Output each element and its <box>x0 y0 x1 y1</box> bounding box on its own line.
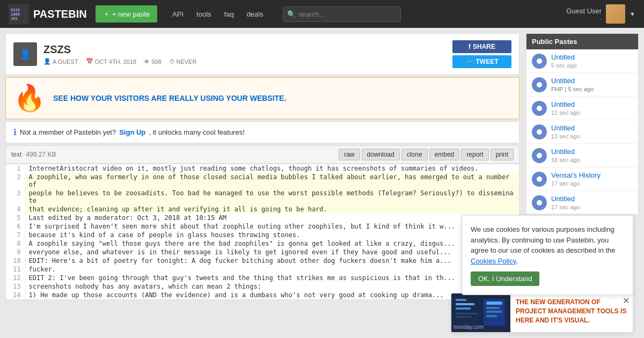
paste-views: 👁 508 <box>144 58 161 65</box>
sidebar-item-time: 17 sec ago <box>551 180 601 187</box>
line-number: 9 <box>6 248 25 256</box>
embed-button[interactable]: embed <box>429 149 460 160</box>
report-button[interactable]: report <box>461 149 488 160</box>
download-button[interactable]: download <box>362 149 400 160</box>
sidebar-item-time: 5 sec ago <box>551 62 577 69</box>
nav-faq[interactable]: faq <box>218 7 240 21</box>
user-dropdown-icon[interactable]: ▼ <box>630 11 635 17</box>
sidebar-dot-icon <box>532 195 547 210</box>
new-paste-button[interactable]: ＋ + new paste <box>96 5 157 23</box>
user-dash: - <box>599 15 602 21</box>
line-number: 2 <box>6 173 25 189</box>
nav-tools[interactable]: tools <box>190 7 217 21</box>
line-number: 6 <box>6 222 25 231</box>
line-number: 10 <box>6 256 25 265</box>
sidebar-dot-icon <box>532 77 547 92</box>
sidebar-item-time: 16 sec ago <box>551 157 580 163</box>
list-item[interactable]: Untitled16 sec ago <box>526 144 638 167</box>
paste-meta: 👤 ZSZS 👤 A GUEST 📅 OCT 4TH, 2018 <box>13 42 196 66</box>
new-paste-label: + new paste <box>112 10 150 18</box>
cookie-ok-button[interactable]: OK, I Understand <box>471 271 539 286</box>
sidebar-item-name[interactable]: Untitled <box>551 195 580 203</box>
public-pastes-title: Public Pastes <box>526 34 638 49</box>
list-item[interactable]: Untitled13 sec ago <box>526 120 638 144</box>
search-icon: 🔍 <box>287 10 296 18</box>
facebook-share-button[interactable]: f SHARE <box>452 40 511 53</box>
calendar-icon: 📅 <box>86 58 93 65</box>
ad-thumbnail: monday.com <box>451 293 510 305</box>
list-item[interactable]: UntitledPHP | 5 sec ago <box>526 73 638 97</box>
search-area: 🔍 <box>283 6 401 22</box>
line-number: 8 <box>6 239 25 248</box>
code-table: 1InternetAristocrat video on it, mostly … <box>6 164 519 299</box>
sidebar-item-info: Vensai's History17 sec ago <box>551 171 601 187</box>
svg-rect-5 <box>456 299 466 301</box>
flame-icon: 🔥 <box>13 83 46 113</box>
clone-button[interactable]: clone <box>401 149 428 160</box>
logo[interactable]: 0110 1000 101 PASTEBIN <box>9 4 87 24</box>
ad-banner[interactable]: 🔥 SEE HOW YOUR VISITORS ARE REALLY USING… <box>5 77 519 119</box>
sidebar-item-name[interactable]: Untitled <box>551 53 577 61</box>
code-area[interactable]: 1InternetAristocrat video on it, mostly … <box>5 164 519 300</box>
list-item[interactable]: Untitled11 sec ago <box>526 97 638 120</box>
line-code: people he believes to be zoosadists. Too… <box>25 189 519 205</box>
sidebar-item-name[interactable]: Untitled <box>551 124 580 132</box>
ad-thumb-visual <box>451 293 510 305</box>
paste-expiry: ⏱ NEVER <box>169 58 197 65</box>
signup-suffix: , it unlocks many cool features! <box>149 128 244 136</box>
sidebar-dot-inner <box>537 82 542 87</box>
twitter-icon: 🐦 <box>466 58 474 65</box>
ad-close-button[interactable]: ✕ <box>623 296 630 305</box>
sidebar-item-name[interactable]: Untitled <box>551 100 580 108</box>
sidebar-dot-icon <box>532 148 547 163</box>
paste-guest-label: 👤 A GUEST <box>43 58 78 65</box>
table-row: 141) He made up those accounts (AND the … <box>6 291 519 299</box>
info-icon: ℹ <box>13 127 17 137</box>
logo-icon: 0110 1000 101 <box>9 4 29 24</box>
list-item[interactable]: Vensai's History17 sec ago <box>526 167 638 191</box>
new-paste-icon: ＋ <box>103 9 110 19</box>
sidebar-dot-icon <box>532 124 547 139</box>
tweet-label: TWEET <box>476 58 499 65</box>
sidebar-item-name[interactable]: Vensai's History <box>551 171 601 179</box>
twitter-share-button[interactable]: 🐦 TWEET <box>452 55 511 68</box>
search-input[interactable] <box>283 6 401 22</box>
line-number: 14 <box>6 291 25 299</box>
sidebar-item-name[interactable]: Untitled <box>551 148 580 156</box>
table-row: 6I'm surprised I haven't seen more shit … <box>6 222 519 231</box>
sidebar-dot-icon <box>532 101 547 116</box>
cookie-policy-link[interactable]: Cookies Policy <box>471 257 516 265</box>
nav-deals[interactable]: deals <box>240 7 270 21</box>
sidebar-dot-inner <box>537 58 542 64</box>
sidebar-dot-inner <box>537 129 542 135</box>
line-code: screenshots nobody has any avatars, whic… <box>25 282 519 291</box>
print-button[interactable]: print <box>491 149 514 160</box>
sidebar-dot-inner <box>537 200 542 205</box>
signup-text: Not a member of Pastebin yet? <box>20 128 116 136</box>
paste-format: text <box>11 151 21 158</box>
sidebar-item-name[interactable]: Untitled <box>551 77 594 85</box>
sidebar-item-time: 11 sec ago <box>551 109 580 116</box>
line-code: I'm surprised I haven't seen more shit a… <box>25 222 519 231</box>
list-item[interactable]: Untitled17 sec ago <box>526 191 638 214</box>
sidebar-items-container: Untitled5 sec agoUntitledPHP | 5 sec ago… <box>526 49 638 214</box>
table-row: 7because it's kind of a case of people i… <box>6 231 519 239</box>
paste-header: 👤 ZSZS 👤 A GUEST 📅 OCT 4TH, 2018 <box>5 33 519 75</box>
raw-button[interactable]: raw <box>339 149 360 160</box>
sidebar-dot-icon <box>532 54 547 69</box>
paste-size: 499.27 KB <box>26 151 56 158</box>
content-area: 👤 ZSZS 👤 A GUEST 📅 OCT 4TH, 2018 <box>5 33 519 300</box>
signup-link[interactable]: Sign Up <box>119 128 145 136</box>
line-number: 4 <box>6 205 25 214</box>
line-code: 1) He made up those accounts (AND the ev… <box>25 291 519 299</box>
svg-text:101: 101 <box>11 17 18 21</box>
avatar[interactable] <box>606 4 625 24</box>
list-item[interactable]: Untitled5 sec ago <box>526 49 638 73</box>
sidebar-item-info: Untitled5 sec ago <box>551 53 577 69</box>
nav-api[interactable]: API <box>166 7 190 21</box>
line-number: 1 <box>6 164 25 173</box>
line-code: that evidence; cleaning up after it and … <box>25 205 519 214</box>
table-row: 3people he believes to be zoosadists. To… <box>6 189 519 205</box>
table-row: 13screenshots nobody has any avatars, wh… <box>6 282 519 291</box>
line-number: 3 <box>6 189 25 205</box>
